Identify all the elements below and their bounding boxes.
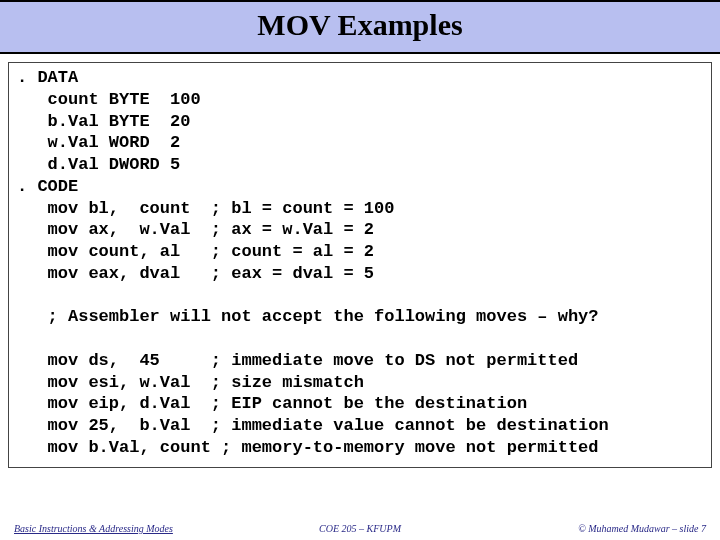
footer: Basic Instructions & Addressing Modes CO… bbox=[0, 523, 720, 534]
slide: MOV Examples . DATA count BYTE 100 b.Val… bbox=[0, 0, 720, 540]
slide-title: MOV Examples bbox=[0, 8, 720, 42]
code-box: . DATA count BYTE 100 b.Val BYTE 20 w.Va… bbox=[8, 62, 712, 468]
title-bar: MOV Examples bbox=[0, 0, 720, 54]
footer-left: Basic Instructions & Addressing Modes bbox=[14, 523, 173, 534]
code-block: . DATA count BYTE 100 b.Val BYTE 20 w.Va… bbox=[17, 67, 703, 459]
footer-right: © Muhamed Mudawar – slide 7 bbox=[578, 523, 706, 534]
footer-center: COE 205 – KFUPM bbox=[319, 523, 401, 534]
